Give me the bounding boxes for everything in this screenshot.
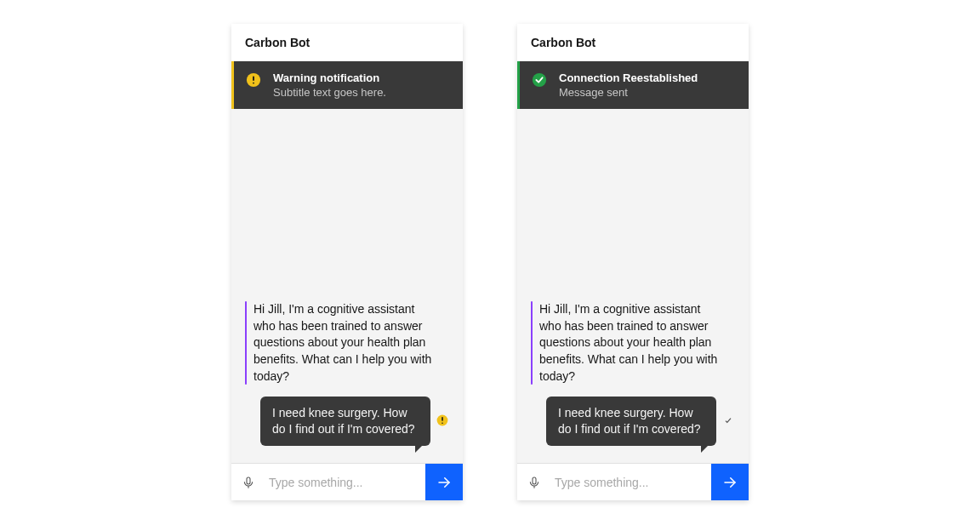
notification-text: Connection Reestablished Message sent: [559, 71, 698, 99]
checkmark-filled-icon: [532, 72, 547, 88]
notification-text: Warning notification Subtitle text goes …: [273, 71, 386, 99]
warning-filled-icon: [246, 72, 261, 88]
svg-rect-2: [253, 83, 254, 84]
chat-title: Carbon Bot: [245, 36, 310, 49]
svg-rect-6: [247, 477, 250, 484]
send-button[interactable]: [425, 464, 463, 500]
send-button[interactable]: [711, 464, 749, 500]
microphone-button[interactable]: [231, 464, 265, 500]
chat-body: Hi Jill, I'm a cognitive assistant who h…: [231, 109, 463, 463]
svg-rect-5: [442, 423, 443, 425]
chat-header: Carbon Bot: [231, 24, 463, 61]
svg-rect-4: [442, 417, 443, 421]
chat-header: Carbon Bot: [517, 24, 749, 61]
message-sent-icon: [721, 414, 735, 427]
notification-title: Warning notification: [273, 71, 386, 84]
chat-widget-success: Carbon Bot Connection Reestablished Mess…: [517, 24, 749, 500]
chat-widget-warning: Carbon Bot Warning notification Subtitle…: [231, 24, 463, 500]
chat-input-bar: [517, 463, 749, 500]
notification-title: Connection Reestablished: [559, 71, 698, 84]
bot-message-row: Hi Jill, I'm a cognitive assistant who h…: [531, 301, 735, 385]
notification-subtitle: Subtitle text goes here.: [273, 86, 386, 99]
svg-rect-10: [533, 477, 536, 484]
notification-toast-success: Connection Reestablished Message sent: [517, 61, 749, 109]
message-input[interactable]: [551, 464, 711, 500]
message-input[interactable]: [265, 464, 425, 500]
chat-input-bar: [231, 463, 463, 500]
chat-title: Carbon Bot: [531, 36, 595, 49]
bot-message: Hi Jill, I'm a cognitive assistant who h…: [539, 301, 725, 385]
bot-accent-bar: [531, 301, 533, 385]
microphone-button[interactable]: [517, 464, 551, 500]
svg-point-9: [533, 73, 546, 87]
bot-message-row: Hi Jill, I'm a cognitive assistant who h…: [245, 301, 449, 385]
bot-accent-bar: [245, 301, 247, 385]
chat-body: Hi Jill, I'm a cognitive assistant who h…: [517, 109, 749, 463]
user-message-bubble: I need knee surgery. How do I find out i…: [546, 397, 716, 446]
user-message-bubble: I need knee surgery. How do I find out i…: [260, 397, 430, 446]
warning-filled-icon: [436, 414, 449, 427]
svg-rect-1: [253, 77, 254, 81]
user-message-row: I need knee surgery. How do I find out i…: [531, 397, 735, 446]
notification-toast-warning: Warning notification Subtitle text goes …: [231, 61, 463, 109]
notification-subtitle: Message sent: [559, 86, 698, 99]
bot-message: Hi Jill, I'm a cognitive assistant who h…: [254, 301, 439, 385]
user-message-row: I need knee surgery. How do I find out i…: [245, 397, 449, 446]
